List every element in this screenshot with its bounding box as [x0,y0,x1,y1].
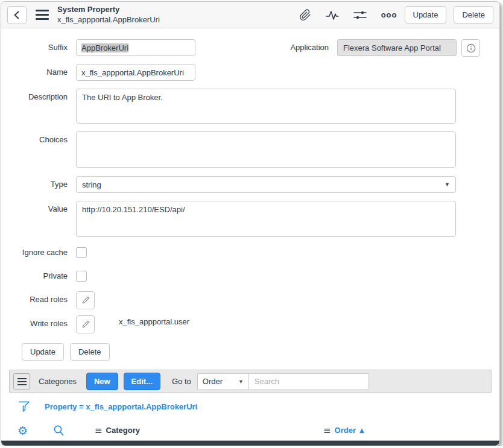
chevron-down-icon: ▼ [238,379,244,385]
list-context-menu-icon[interactable] [13,373,30,390]
choices-textarea[interactable] [76,131,456,168]
goto-field-select[interactable]: Order ▼ [197,373,249,390]
update-button-header[interactable]: Update [405,6,447,24]
activity-stream-icon[interactable] [326,9,339,21]
system-property-form: Suffix AppBrokerUri Application Flexera … [1,28,499,370]
suffix-label: Suffix [10,39,76,52]
chevron-down-icon: ▼ [444,181,450,188]
goto-selected-value: Order [203,377,223,386]
filter-breadcrumb-link[interactable]: Property = x_fls_appportal.AppBrokerUri [45,402,197,411]
write-roles-value: x_fls_appportal.user [119,315,189,326]
goto-label: Go to [172,377,191,386]
delete-button-header[interactable]: Delete [454,6,493,24]
delete-button-footer[interactable]: Delete [70,343,110,361]
page-title: System Property [57,5,160,14]
column-header-order[interactable]: ≡ Order ▲ [323,425,364,436]
write-roles-label: Write roles [10,315,76,328]
list-filter-row: Property = x_fls_appportal.AppBrokerUri [1,393,499,420]
name-label: Name [10,64,76,77]
form-header: System Property x_fls_appportal.AppBroke… [1,2,499,28]
pencil-icon [81,320,90,329]
ignore-cache-checkbox[interactable] [76,247,87,258]
form-context-menu-icon[interactable] [36,10,49,20]
page-subtitle: x_fls_appportal.AppBrokerUri [57,15,160,25]
read-roles-edit-button[interactable] [76,291,95,309]
new-button[interactable]: New [86,373,118,390]
application-label: Application [271,39,337,52]
choices-label: Choices [10,131,76,144]
pencil-icon [81,296,90,304]
record-title: System Property x_fls_appportal.AppBroke… [57,5,160,25]
application-info-button[interactable] [461,39,480,57]
description-textarea[interactable]: The URI to App Broker. [76,89,456,124]
order-column-label: Order [335,426,356,435]
window-bottom-bar [1,441,499,446]
application-value: Flexera Software App Portal [343,43,441,52]
type-select[interactable]: string ▼ [76,176,456,193]
suffix-input[interactable]: AppBrokerUri [76,39,195,56]
list-settings-gear-icon[interactable]: ⚙ [17,424,28,436]
value-textarea[interactable]: http://10.20.151.210/ESD/api/ [76,201,456,237]
suffix-selected-text: AppBrokerUri [81,43,128,52]
chevron-left-icon [13,11,21,19]
personalize-form-icon[interactable] [353,9,367,21]
column-menu-icon[interactable]: ≡ [323,425,331,436]
categories-list-header: Categories New Edit... Go to Order ▼ [9,370,492,393]
edit-button[interactable]: Edit... [124,373,160,390]
private-checkbox[interactable] [76,271,87,282]
sort-ascending-icon: ▲ [359,427,364,434]
private-label: Private [10,270,76,280]
app-window: System Property x_fls_appportal.AppBroke… [1,1,500,446]
filter-funnel-icon[interactable] [18,401,30,412]
description-label: Description [10,89,76,101]
attachment-icon[interactable] [299,9,311,21]
ignore-cache-label: Ignore cache [10,247,76,257]
column-menu-icon[interactable]: ≡ [95,425,103,436]
list-search-icon[interactable] [53,424,65,436]
read-roles-label: Read roles [10,291,76,304]
back-button[interactable] [7,6,27,24]
list-search-input[interactable] [248,373,369,390]
name-input[interactable] [76,64,195,81]
categories-table-header: ⚙ ≡ Category ≡ Order ▲ [1,420,499,441]
write-roles-edit-button[interactable] [76,315,95,333]
type-selected-value: string [82,180,101,189]
type-label: Type [10,176,76,189]
info-icon [466,43,476,53]
more-options-icon[interactable]: ooo [381,10,397,19]
application-field: Flexera Software App Portal [337,39,457,56]
value-label: Value [10,201,76,213]
category-column-label: Category [106,426,140,435]
column-header-category[interactable]: ≡ Category [95,425,140,436]
update-button-footer[interactable]: Update [22,343,64,361]
related-list-title: Categories [39,377,77,386]
